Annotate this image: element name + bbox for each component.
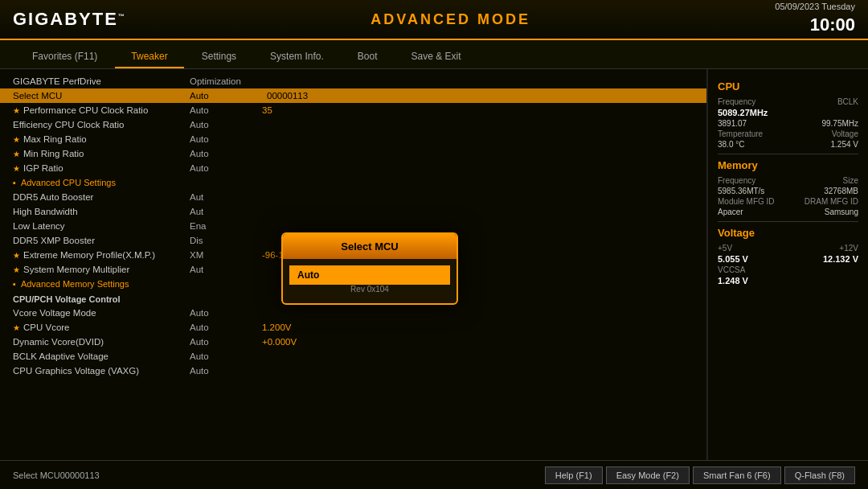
max-ring-value: Auto [190, 134, 254, 144]
section-advanced-cpu[interactable]: Advanced CPU Settings [0, 175, 706, 190]
volt-12v-label: +12V [839, 244, 858, 253]
perf-cpu-clock-label: ★Performance CPU Clock Ratio [13, 105, 190, 115]
volt-section-title: Voltage [718, 227, 858, 239]
header: GIGABYTE™ ADVANCED MODE 05/09/2023 Tuesd… [0, 0, 868, 40]
eff-cpu-clock-label: Efficiency CPU Clock Ratio [13, 120, 190, 129]
star-icon: ★ [13, 150, 20, 158]
volt-vccsa-label-row: VCCSA [718, 265, 858, 274]
tab-tweaker[interactable]: Tweaker [115, 46, 183, 68]
divider2 [718, 221, 858, 222]
cpu-freq-val-row: 5089.27MHz [718, 108, 858, 117]
cpu-temp-volt-labels: Temperature Voltage [718, 129, 858, 138]
cpu-freq-row: Frequency BCLK [718, 97, 858, 106]
row-select-mcu[interactable]: Select MCU Auto 00000113 [0, 88, 706, 103]
cpu-graphics-volt-value: Auto [190, 366, 254, 376]
volt-vccsa-value: 1.248 V [718, 276, 748, 286]
row-vcore-mode[interactable]: Vcore Voltage Mode Auto [0, 306, 706, 320]
mem-module-value: Apacer [718, 208, 743, 216]
row-ddr5-booster[interactable]: DDR5 Auto Booster Aut [0, 190, 706, 204]
tab-save-exit[interactable]: Save & Exit [395, 46, 477, 68]
footer-buttons: Help (F1) Easy Mode (F2) Smart Fan 6 (F6… [545, 466, 855, 484]
ddr5-booster-label: DDR5 Auto Booster [13, 192, 190, 202]
row-dvid[interactable]: Dynamic Vcore(DVID) Auto +0.000V [0, 335, 706, 349]
mem-freq-value: 5985.36MT/s [718, 187, 764, 195]
eff-cpu-clock-value: Auto [190, 120, 254, 129]
cpu-volt-label: Voltage [832, 129, 858, 138]
bclk-volt-label: BCLK Adaptive Voltage [13, 351, 190, 361]
tab-favorites[interactable]: Favorites (F11) [16, 46, 113, 68]
mem-labels: Frequency Size [718, 176, 858, 185]
star-icon: ★ [13, 265, 20, 274]
cpu-bclk-num: 3891.07 [718, 119, 747, 128]
mem-dram-value: Samsung [825, 208, 858, 216]
igp-ratio-label: ★IGP Ratio [13, 163, 190, 173]
nav-tabs: Favorites (F11) Tweaker Settings System … [0, 40, 868, 69]
popup-option-auto[interactable]: Auto [289, 265, 450, 285]
logo-tm: ™ [118, 13, 126, 20]
sys-mem-mult-value: Aut [190, 265, 254, 274]
perf-cpu-clock-extra: 35 [262, 105, 272, 115]
cpu-temp-value: 38.0 °C [718, 140, 744, 149]
row-max-ring[interactable]: ★Max Ring Ratio Auto [0, 132, 706, 146]
row-cpu-vcore[interactable]: ★CPU Vcore Auto 1.200V [0, 320, 706, 335]
cpu-temp-volt-vals: 38.0 °C 1.254 V [718, 140, 858, 149]
easy-mode-button[interactable]: Easy Mode (F2) [606, 466, 690, 484]
tab-sysinfo[interactable]: System Info. [254, 46, 340, 68]
star-icon: ★ [13, 106, 20, 115]
volt-5v-value: 5.055 V [718, 254, 748, 264]
cpu-bclk-unit: 99.75MHz [821, 119, 858, 128]
mem-module-labels: Module MFG ID DRAM MFG ID [718, 197, 858, 206]
row-perfdrive[interactable]: GIGABYTE PerfDrive Optimization [0, 74, 706, 88]
row-high-bw[interactable]: High Bandwidth Aut [0, 204, 706, 219]
cpu-freq-value: 5089.27MHz [718, 108, 768, 117]
xmp-profile-value: XM [190, 250, 254, 260]
cpu-bclk-val-row: 3891.07 99.75MHz [718, 119, 858, 128]
help-button[interactable]: Help (F1) [545, 466, 603, 484]
datetime: 05/09/2023 Tuesday 10:00 [775, 1, 855, 38]
high-bw-value: Aut [190, 207, 254, 216]
volt-5v-12v-labels: +5V +12V [718, 244, 858, 253]
vcore-mode-label: Vcore Voltage Mode [13, 308, 190, 318]
mem-values: 5985.36MT/s 32768MB [718, 187, 858, 195]
bclk-volt-value: Auto [190, 351, 254, 361]
row-low-latency[interactable]: Low Latency Ena [0, 219, 706, 233]
volt-vccsa-label: VCCSA [718, 265, 745, 274]
row-eff-cpu-clock[interactable]: Efficiency CPU Clock Ratio Auto [0, 117, 706, 132]
ddr5-xmp-value: Dis [190, 236, 254, 245]
qflash-button[interactable]: Q-Flash (F8) [784, 466, 855, 484]
date-text: 05/09/2023 Tuesday [775, 1, 855, 13]
row-perf-cpu-clock[interactable]: ★Performance CPU Clock Ratio Auto 35 [0, 103, 706, 117]
time: 10:00 [775, 13, 855, 38]
tab-boot[interactable]: Boot [342, 46, 394, 68]
row-cpu-graphics-volt[interactable]: CPU Graphics Voltage (VAXG) Auto [0, 364, 706, 378]
tab-settings[interactable]: Settings [186, 46, 252, 68]
vcore-mode-value: Auto [190, 308, 254, 318]
cpu-bclk-label: BCLK [837, 97, 858, 106]
volt-5v-label: +5V [718, 244, 732, 253]
cpu-volt-value: 1.254 V [831, 140, 858, 149]
mem-section-title: Memory [718, 159, 858, 171]
right-panel: CPU Frequency BCLK 5089.27MHz 3891.07 99… [707, 69, 868, 460]
smart-fan-button[interactable]: Smart Fan 6 (F6) [693, 466, 781, 484]
xmp-profile-label: ★Extreme Memory Profile(X.M.P.) [13, 250, 190, 260]
low-latency-label: Low Latency [13, 221, 190, 231]
row-min-ring[interactable]: ★Min Ring Ratio Auto [0, 146, 706, 161]
select-mcu-label: Select MCU [13, 91, 190, 101]
mem-module-values: Apacer Samsung [718, 208, 858, 216]
divider1 [718, 154, 858, 154]
perfdrive-label: GIGABYTE PerfDrive [13, 76, 190, 86]
row-igp-ratio[interactable]: ★IGP Ratio Auto [0, 161, 706, 175]
select-mcu-value: Auto [190, 91, 254, 101]
popup-body: Auto Rev 0x104 [283, 259, 457, 303]
popup-sub: Rev 0x104 [289, 285, 450, 297]
row-bclk-volt[interactable]: BCLK Adaptive Voltage Auto [0, 349, 706, 364]
volt-5v-12v-values: 5.055 V 12.132 V [718, 254, 858, 264]
popup[interactable]: Select MCU Auto Rev 0x104 [281, 232, 458, 305]
mem-size-label: Size [843, 176, 858, 185]
sys-mem-mult-label: ★System Memory Multiplier [13, 265, 190, 274]
cpu-graphics-volt-label: CPU Graphics Voltage (VAXG) [13, 366, 190, 376]
cpu-section-title: CPU [718, 80, 858, 92]
logo-text: GIGABYTE [13, 9, 118, 29]
mem-dram-label: DRAM MFG ID [805, 197, 858, 206]
perf-cpu-clock-value: Auto [190, 105, 254, 115]
